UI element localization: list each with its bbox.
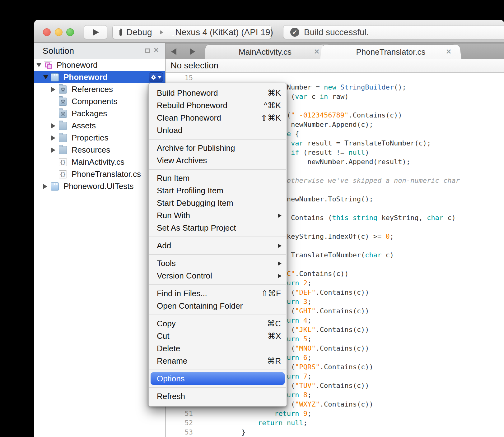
toolbar: Debug Nexus 4 (KitKat) (API 19) ✓ Build … bbox=[34, 20, 504, 43]
close-tab-icon[interactable]: × bbox=[446, 47, 451, 57]
tree-item-label: PhoneTranslator.cs bbox=[72, 169, 141, 179]
menu-item-view-archives[interactable]: View Archives bbox=[149, 154, 287, 167]
tab-label: PhoneTranslator.cs bbox=[356, 47, 425, 57]
minimize-window-button[interactable] bbox=[55, 28, 63, 36]
menu-item-label: Start Profiling Item bbox=[157, 186, 223, 196]
menu-item-shortcut: ⌘K bbox=[268, 88, 281, 98]
folder-icon bbox=[59, 134, 67, 142]
menu-item-label: Cut bbox=[157, 331, 169, 341]
menu-item-rebuild-phoneword[interactable]: Rebuild Phoneword^⌘K bbox=[149, 99, 287, 112]
chevron-right-icon bbox=[160, 30, 163, 34]
tree-item-packages[interactable]: Packages bbox=[34, 108, 165, 120]
code-line: 15 bbox=[166, 73, 504, 83]
tab-mainactivity[interactable]: MainActivity.cs × bbox=[205, 45, 325, 59]
line-number: 52 bbox=[166, 418, 193, 428]
menu-item-run-with[interactable]: Run With bbox=[149, 209, 287, 222]
code-line: 52 return null; bbox=[166, 418, 504, 428]
expand-icon[interactable] bbox=[43, 184, 51, 189]
close-pad-icon[interactable]: × bbox=[154, 45, 159, 55]
configuration-label: Debug bbox=[126, 27, 152, 37]
menu-item-unload[interactable]: Unload bbox=[149, 124, 287, 136]
menu-item-start-debugging-item[interactable]: Start Debugging Item bbox=[149, 197, 287, 209]
menu-item-shortcut: ⌘X bbox=[268, 331, 281, 341]
tree-item-components[interactable]: Components bbox=[34, 95, 165, 108]
menu-item-label: Archive for Publishing bbox=[157, 143, 235, 153]
menu-item-label: Add bbox=[157, 241, 171, 251]
tree-item-phoneword[interactable]: Phoneword bbox=[34, 59, 165, 71]
menu-item-label: Unload bbox=[157, 126, 182, 135]
code-line: 51 return 9; bbox=[166, 409, 504, 418]
menu-item-label: Find in Files... bbox=[157, 289, 207, 298]
breadcrumb: No selection bbox=[166, 59, 504, 73]
menu-item-add[interactable]: Add bbox=[149, 239, 287, 252]
collapse-icon[interactable] bbox=[43, 75, 51, 79]
menu-item-shortcut: ^⌘K bbox=[264, 101, 281, 110]
run-button[interactable] bbox=[84, 25, 107, 39]
tree-item-phoneword-uitests[interactable]: Phoneword.UITests bbox=[34, 180, 165, 192]
menu-separator bbox=[149, 282, 287, 287]
expand-icon[interactable] bbox=[51, 136, 59, 140]
menu-item-label: Version Control bbox=[157, 271, 212, 281]
menu-item-version-control[interactable]: Version Control bbox=[149, 269, 287, 282]
tree-item-label: Phoneword.UITests bbox=[63, 182, 133, 191]
menu-item-label: Start Debugging Item bbox=[157, 198, 233, 208]
tree-item-label: Phoneword bbox=[57, 60, 98, 70]
menu-item-delete[interactable]: Delete bbox=[149, 342, 287, 355]
menu-separator bbox=[149, 367, 287, 372]
menu-item-find-in-files[interactable]: Find in Files...⇧⌘F bbox=[149, 287, 287, 300]
menu-item-tools[interactable]: Tools bbox=[149, 257, 287, 269]
menu-item-set-as-startup-project[interactable]: Set As Startup Project bbox=[149, 222, 287, 234]
menu-separator bbox=[149, 385, 287, 390]
tree-item-properties[interactable]: Properties bbox=[34, 132, 165, 144]
breadcrumb-label: No selection bbox=[170, 61, 218, 71]
menu-item-copy[interactable]: Copy⌘C bbox=[149, 317, 287, 330]
menu-item-open-containing-folder[interactable]: Open Containing Folder bbox=[149, 300, 287, 312]
menu-item-shortcut: ⌘R bbox=[267, 356, 281, 366]
menu-separator bbox=[149, 252, 287, 257]
menu-item-cut[interactable]: Cut⌘X bbox=[149, 330, 287, 342]
tree-item-references[interactable]: References bbox=[34, 83, 165, 95]
tree-item-phonetranslator-cs[interactable]: {}PhoneTranslator.cs bbox=[34, 168, 165, 180]
close-window-button[interactable] bbox=[43, 28, 51, 36]
menu-item-archive-for-publishing[interactable]: Archive for Publishing bbox=[149, 142, 287, 154]
menu-item-label: View Archives bbox=[157, 156, 207, 165]
tree-item-mainactivity-cs[interactable]: {}MainActivity.cs bbox=[34, 156, 165, 168]
tree-item-label: Resources bbox=[72, 145, 110, 155]
tab-bar: MainActivity.cs × PhoneTranslator.cs × bbox=[166, 43, 504, 59]
build-success-icon: ✓ bbox=[290, 28, 299, 37]
menu-item-build-phoneword[interactable]: Build Phoneword⌘K bbox=[149, 87, 287, 99]
menu-separator bbox=[149, 234, 287, 239]
menu-item-refresh[interactable]: Refresh bbox=[149, 390, 287, 402]
solution-pad: Solution × PhonewordPhonewordReferencesC… bbox=[34, 43, 165, 437]
configuration-icon bbox=[119, 29, 122, 36]
close-tab-icon[interactable]: × bbox=[314, 47, 319, 57]
navigate-back-button[interactable] bbox=[171, 48, 176, 55]
build-configuration-selector[interactable]: Debug Nexus 4 (KitKat) (API 19) bbox=[112, 25, 272, 39]
zoom-window-button[interactable] bbox=[66, 28, 74, 36]
menu-item-shortcut: ⇧⌘F bbox=[261, 289, 281, 298]
menu-item-options[interactable]: Options bbox=[151, 372, 285, 385]
menu-item-label: Refresh bbox=[157, 392, 185, 401]
menu-item-run-item[interactable]: Run Item bbox=[149, 172, 287, 184]
menu-item-rename[interactable]: Rename⌘R bbox=[149, 355, 287, 367]
tree-item-assets[interactable]: Assets bbox=[34, 120, 165, 132]
tree-item-phoneword[interactable]: Phoneword bbox=[34, 71, 165, 83]
project-gear-menu-button[interactable] bbox=[149, 72, 163, 82]
expand-icon[interactable] bbox=[51, 87, 59, 92]
collapse-icon[interactable] bbox=[36, 63, 44, 67]
menu-item-clean-phoneword[interactable]: Clean Phoneword⇧⌘K bbox=[149, 112, 287, 124]
line-number: 53 bbox=[166, 428, 193, 437]
menu-item-start-profiling-item[interactable]: Start Profiling Item bbox=[149, 184, 287, 197]
tree-item-resources[interactable]: Resources bbox=[34, 144, 165, 156]
csharp-file-icon: {} bbox=[59, 170, 67, 178]
expand-icon[interactable] bbox=[51, 123, 59, 128]
menu-item-label: Rebuild Phoneword bbox=[157, 101, 227, 110]
dock-pad-icon[interactable] bbox=[145, 48, 150, 53]
navigate-forward-button[interactable] bbox=[190, 48, 195, 55]
tab-phonetranslator[interactable]: PhoneTranslator.cs × bbox=[325, 45, 457, 59]
expand-icon[interactable] bbox=[51, 148, 59, 153]
tree-item-label: Properties bbox=[72, 133, 109, 143]
menu-item-label: Set As Startup Project bbox=[157, 223, 236, 233]
solution-icon bbox=[44, 61, 52, 69]
tree-item-label: Assets bbox=[72, 121, 96, 131]
